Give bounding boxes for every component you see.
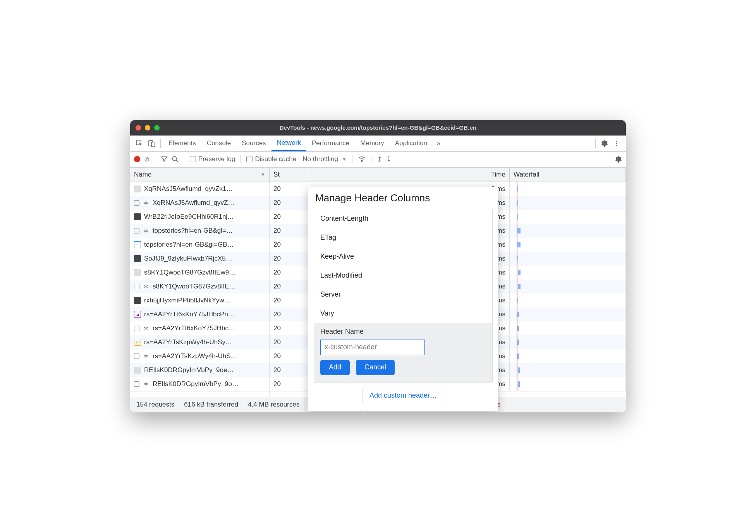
status-cell: 20 <box>270 238 308 252</box>
throttling-select[interactable]: No throttling ▼ <box>300 155 347 163</box>
header-item[interactable]: Server <box>314 285 492 304</box>
filter-icon[interactable] <box>161 156 168 163</box>
status-cell: 20 <box>270 321 308 335</box>
gear-icon: ✲ <box>143 199 149 206</box>
upload-icon[interactable]: ↥ <box>377 155 382 163</box>
header-item[interactable]: Last-Modified <box>314 266 492 285</box>
tab-console[interactable]: Console <box>201 135 236 151</box>
header-item[interactable]: Vary <box>314 304 492 323</box>
svg-rect-2 <box>151 142 155 147</box>
waterfall-cell <box>510 377 626 391</box>
document-icon: ≡ <box>134 241 141 248</box>
gear-icon: ✲ <box>143 227 149 234</box>
gear-icon: ✲ <box>143 283 149 290</box>
add-button[interactable]: Add <box>320 360 350 375</box>
dialog-title: Manage Header Columns <box>314 192 493 204</box>
waterfall-cell <box>510 307 626 321</box>
script-icon: ⟨⟩ <box>134 339 141 346</box>
waterfall-cell <box>510 335 626 349</box>
header-item[interactable]: Content-Length <box>314 209 492 228</box>
status-cell: 20 <box>270 224 308 238</box>
waterfall-cell <box>510 210 626 224</box>
waterfall-cell <box>510 224 626 238</box>
request-name: rxh5jjHyxmiPPtibflJvNkYyw… <box>144 297 231 304</box>
add-header-form: Header Name Add Cancel <box>314 323 492 382</box>
download-icon[interactable]: ↧ <box>386 155 392 163</box>
style-icon: ◢ <box>134 311 141 318</box>
header-name-label: Header Name <box>320 328 486 336</box>
request-name: REIlsK0DRGpyImVbPy_9o… <box>153 380 239 388</box>
add-custom-header-button[interactable]: Add custom header… <box>362 388 444 403</box>
waterfall-cell <box>510 349 626 363</box>
request-name: s8KY1QwooTG87Gzv8fIEw9… <box>144 269 235 276</box>
close-icon[interactable] <box>136 125 141 130</box>
col-waterfall[interactable]: Waterfall <box>510 168 626 182</box>
file-icon <box>134 354 139 359</box>
column-headers: Name ▼ St Time Waterfall <box>130 167 626 182</box>
request-name: rs=AA2YrTt6xKoY75JHbcPn… <box>144 311 235 318</box>
tab-network[interactable]: Network <box>271 135 306 151</box>
file-icon <box>134 284 139 289</box>
status-cell: 20 <box>270 182 308 196</box>
tab-elements[interactable]: Elements <box>163 135 201 151</box>
header-list: Content-LengthETagKeep-AliveLast-Modifie… <box>314 209 493 383</box>
kebab-icon[interactable]: ⋮ <box>610 137 623 149</box>
header-name-input[interactable] <box>320 340 425 355</box>
header-item[interactable]: Keep-Alive <box>314 247 492 266</box>
gear-icon: ✲ <box>143 325 149 332</box>
col-status[interactable]: St <box>270 168 308 182</box>
image-icon <box>134 185 141 192</box>
status-cell: 20 <box>270 363 308 377</box>
more-tabs-icon[interactable]: » <box>433 139 444 148</box>
search-icon[interactable] <box>172 156 179 163</box>
device-toggle-icon[interactable] <box>146 137 158 149</box>
request-name: s8KY1QwooTG87Gzv8fIE… <box>153 283 235 290</box>
image-icon <box>134 213 141 220</box>
waterfall-cell <box>510 238 626 252</box>
request-name: REIlsK0DRGpyImVbPy_9oe… <box>144 366 234 374</box>
disable-cache-checkbox[interactable]: Disable cache <box>246 155 296 163</box>
request-name: SoJfJ9_9zIykuFIwxb7RjcX5… <box>144 255 232 263</box>
panel-tabs: ElementsConsoleSourcesNetworkPerformance… <box>130 136 626 152</box>
fullscreen-icon[interactable] <box>154 125 160 130</box>
network-settings-icon[interactable] <box>614 155 622 163</box>
image-icon <box>134 367 141 374</box>
traffic-lights <box>136 125 160 130</box>
header-item[interactable]: ETag <box>314 228 492 247</box>
col-name[interactable]: Name ▼ <box>130 168 270 182</box>
request-name: topstories?hl=en-GB&gl=… <box>153 227 233 235</box>
status-cell: 20 <box>270 196 308 210</box>
clear-icon[interactable]: ⊘ <box>144 155 149 163</box>
request-name: rs=AA2YrTsKzpWy4h-UhS… <box>153 352 237 360</box>
tab-sources[interactable]: Sources <box>236 135 271 151</box>
image-icon <box>134 269 141 276</box>
waterfall-cell <box>510 363 626 377</box>
file-icon <box>134 381 139 387</box>
record-button[interactable] <box>134 156 140 162</box>
wifi-icon[interactable] <box>358 156 366 162</box>
status-cell: 20 <box>270 210 308 224</box>
inspect-icon[interactable] <box>133 137 146 149</box>
settings-icon[interactable] <box>598 137 610 149</box>
resources: 4.4 MB resources <box>243 397 304 412</box>
file-icon <box>134 200 139 206</box>
status-cell: 20 <box>270 280 308 293</box>
image-icon <box>134 297 141 304</box>
waterfall-cell <box>510 182 626 196</box>
tab-application[interactable]: Application <box>390 135 433 151</box>
gear-icon: ✲ <box>143 381 149 388</box>
requests-count: 154 requests <box>132 397 179 412</box>
tab-performance[interactable]: Performance <box>306 135 355 151</box>
svg-point-3 <box>173 157 177 161</box>
minimize-icon[interactable] <box>145 125 150 130</box>
col-time[interactable]: Time <box>308 168 510 182</box>
tab-memory[interactable]: Memory <box>355 135 389 151</box>
cancel-button[interactable]: Cancel <box>356 360 395 375</box>
status-cell: 20 <box>270 252 308 266</box>
titlebar: DevTools - news.google.com/topstories?hl… <box>130 120 626 136</box>
preserve-log-checkbox[interactable]: Preserve log <box>190 155 235 163</box>
request-name: topstories?hl=en-GB&gl=GB… <box>144 241 234 249</box>
svg-point-4 <box>361 161 362 162</box>
image-icon <box>134 255 141 262</box>
request-name: rs=AA2YrTt6xKoY75JHbc… <box>153 324 235 332</box>
